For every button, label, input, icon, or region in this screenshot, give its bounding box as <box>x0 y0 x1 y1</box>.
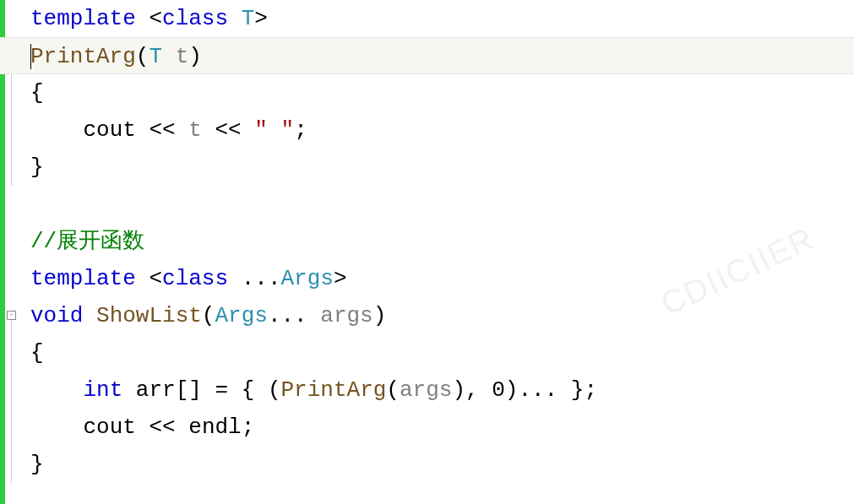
comment: //展开函数 <box>30 229 144 254</box>
space <box>228 6 242 31</box>
operator: < <box>136 6 162 31</box>
code-editor: - - template <class T> PrintArg(T t) { c… <box>0 0 854 504</box>
paren: ( <box>386 377 400 403</box>
space <box>242 117 255 143</box>
identifier: cout <box>83 117 135 143</box>
brace: { <box>30 80 44 106</box>
keyword: class <box>162 266 228 291</box>
code-line[interactable]: int arr[] = { (PrintArg(args), 0)... }; <box>30 371 854 409</box>
space <box>228 377 242 403</box>
parameter: args <box>320 303 373 328</box>
space <box>176 415 189 440</box>
fold-toggle-icon[interactable]: - <box>7 311 16 320</box>
paren: ( <box>136 44 150 69</box>
code-line[interactable]: void ShowList(Args... args) <box>30 297 854 334</box>
code-line[interactable]: cout << endl; <box>30 409 854 446</box>
space <box>136 415 150 440</box>
ellipsis: ... <box>268 303 307 328</box>
keyword: void <box>30 303 83 328</box>
fold-guide <box>11 61 12 186</box>
identifier: endl <box>188 415 241 440</box>
brackets: [] <box>176 377 202 403</box>
code-line[interactable]: //展开函数 <box>30 223 854 260</box>
fold-guide <box>11 321 12 483</box>
space <box>136 117 150 143</box>
operator: > <box>334 266 347 291</box>
space <box>176 117 189 143</box>
operator: < <box>136 266 162 291</box>
keyword: template <box>30 266 136 291</box>
code-line-active[interactable]: PrintArg(T t) <box>0 37 854 74</box>
code-line[interactable]: cout << t << " "; <box>30 111 854 149</box>
function-name: PrintArg <box>281 377 387 403</box>
type-name: T <box>149 44 162 69</box>
brace: } <box>30 154 44 180</box>
space <box>228 266 242 291</box>
code-line[interactable]: } <box>30 149 854 186</box>
code-line[interactable]: template <class T> <box>30 0 854 37</box>
code-line[interactable]: { <box>30 74 854 111</box>
semicolon: ; <box>242 415 255 440</box>
code-line[interactable]: } <box>30 446 854 483</box>
code-line[interactable]: { <box>30 334 854 371</box>
semicolon: ; <box>294 117 307 143</box>
type-name: Args <box>215 303 267 328</box>
space <box>83 303 96 328</box>
keyword: int <box>83 377 122 403</box>
code-line[interactable] <box>30 186 854 223</box>
ellipsis: ... <box>242 266 281 291</box>
indent <box>30 117 83 143</box>
space <box>202 117 215 143</box>
code-line[interactable]: template <class ...Args> <box>30 260 854 297</box>
indent <box>30 377 83 403</box>
identifier: arr <box>136 377 176 403</box>
type-name: Args <box>280 266 333 291</box>
paren: ( <box>202 303 215 328</box>
brace: { <box>30 340 44 366</box>
keyword: class <box>162 6 228 31</box>
parameter: t <box>188 117 202 143</box>
space <box>202 377 215 403</box>
operator: << <box>215 117 242 143</box>
space <box>307 303 321 328</box>
space <box>122 377 136 403</box>
operator: > <box>254 6 268 31</box>
indent <box>30 415 83 440</box>
gutter: - - <box>5 0 20 504</box>
parameter: t <box>176 44 189 69</box>
operator: << <box>149 117 175 143</box>
function-name: ShowList <box>96 303 202 328</box>
parameter: args <box>400 377 452 403</box>
brace-paren: { ( <box>242 377 281 403</box>
brace: } <box>30 452 44 477</box>
space <box>162 44 176 69</box>
keyword: template <box>30 6 136 31</box>
operator: << <box>149 415 175 440</box>
code-area[interactable]: template <class T> PrintArg(T t) { cout … <box>20 0 854 504</box>
rest: ), 0)... }; <box>452 377 597 403</box>
operator: = <box>215 377 228 403</box>
paren: ) <box>188 44 202 69</box>
string-literal: " " <box>254 117 294 143</box>
identifier: cout <box>83 415 135 440</box>
function-name: PrintArg <box>30 44 136 69</box>
paren: ) <box>373 303 387 328</box>
type-name: T <box>242 6 255 31</box>
